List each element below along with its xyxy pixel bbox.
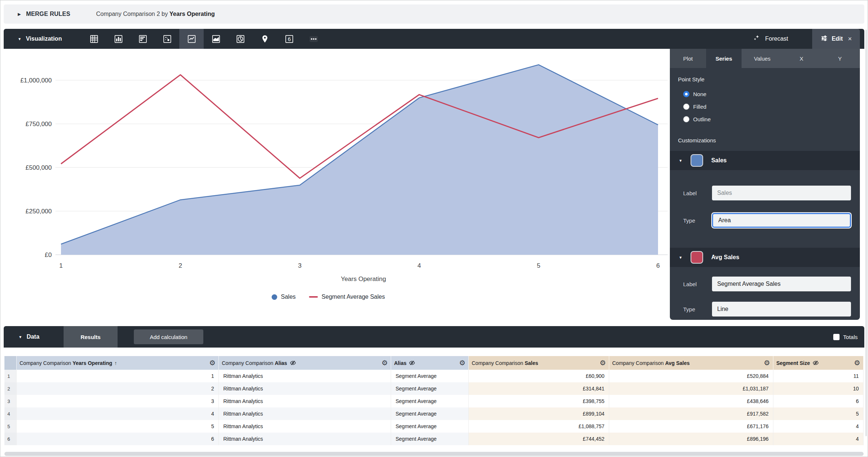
add-calculation-button[interactable]: Add calculation (134, 329, 203, 344)
cell-avg-sales[interactable]: £917,582 (609, 407, 773, 420)
cell-segment-size[interactable]: 11 (773, 370, 864, 382)
series-header-sales[interactable]: ▼Sales (670, 151, 860, 170)
column-gear-icon[interactable]: ⚙ (209, 359, 216, 366)
forecast-button[interactable]: Forecast (749, 29, 792, 49)
column-header-segment-size[interactable]: Segment Size⚙ (773, 356, 864, 370)
column-gear-icon[interactable]: ⚙ (459, 359, 465, 366)
cell-years[interactable]: 3 (17, 395, 219, 407)
chart-legend: SalesSegment Average Sales (272, 294, 385, 300)
cell-sales[interactable]: £1,088,757 (469, 420, 609, 433)
map-pin-icon[interactable] (252, 29, 277, 49)
cell-alias2[interactable]: Segment Average (391, 407, 469, 420)
legend-item[interactable]: Segment Average Sales (309, 294, 385, 300)
tab-y[interactable]: Y (820, 49, 860, 68)
point-style-option-filled[interactable]: Filled (683, 101, 860, 112)
series-label-input[interactable] (712, 186, 851, 200)
series-type-input[interactable] (712, 213, 851, 228)
series-type-input[interactable] (712, 302, 851, 316)
cell-alias[interactable]: Rittman Analytics (219, 395, 391, 407)
cell-years[interactable]: 2 (17, 382, 219, 395)
cell-segment-size[interactable]: 6 (773, 395, 864, 407)
radio-icon[interactable] (683, 104, 689, 110)
cell-alias[interactable]: Rittman Analytics (219, 407, 391, 420)
cell-segment-size[interactable]: 4 (773, 420, 864, 433)
cell-years[interactable]: 1 (17, 370, 219, 382)
cell-avg-sales[interactable]: £520,884 (609, 370, 773, 382)
tab-series[interactable]: Series (706, 49, 742, 68)
column-header-alias[interactable]: Alias⚙ (391, 356, 469, 370)
merge-rules-toggle[interactable]: ▶ MERGE RULES (18, 11, 70, 17)
y-axis-tick-label: £750,000 (26, 121, 52, 128)
totals-checkbox[interactable] (833, 334, 840, 340)
cell-alias2[interactable]: Segment Average (391, 395, 469, 407)
pie-chart-icon[interactable] (228, 29, 252, 49)
results-tab[interactable]: Results (64, 326, 118, 348)
cell-avg-sales[interactable]: £1,031,187 (609, 382, 773, 395)
point-style-option-outline[interactable]: Outline (683, 114, 860, 125)
scatter-icon[interactable] (155, 29, 179, 49)
table-icon[interactable] (82, 29, 106, 49)
area-chart-icon[interactable] (204, 29, 228, 49)
table-row[interactable]: 11Rittman AnalyticsSegment Average£60,90… (4, 370, 864, 382)
column-header-years-operating[interactable]: Company Comparison Years Operating↑⚙ (17, 356, 219, 370)
column-gear-icon[interactable]: ⚙ (854, 359, 860, 366)
column-header-alias[interactable]: Company Comparison Alias⚙ (219, 356, 391, 370)
cell-sales[interactable]: £314,841 (469, 382, 609, 395)
cell-sales[interactable]: £744,452 (469, 433, 609, 445)
cell-alias[interactable]: Rittman Analytics (219, 433, 391, 445)
column-gear-icon[interactable]: ⚙ (764, 359, 770, 366)
point-style-option-none[interactable]: None (683, 88, 860, 99)
column-header-sales[interactable]: Company Comparison Sales⚙ (469, 356, 609, 370)
tab-values[interactable]: Values (742, 49, 783, 68)
cell-sales[interactable]: £398,755 (469, 395, 609, 407)
radio-icon[interactable] (683, 91, 689, 97)
line-area-chart[interactable]: £0£250,000£500,000£750,000£1,000,0001234… (4, 49, 670, 320)
series-label-input[interactable] (712, 277, 851, 291)
table-row[interactable]: 33Rittman AnalyticsSegment Average£398,7… (4, 395, 864, 407)
data-collapse-toggle[interactable]: ▼ Data (18, 326, 40, 348)
table-row[interactable]: 55Rittman AnalyticsSegment Average£1,088… (4, 420, 864, 433)
cell-segment-size[interactable]: 4 (773, 433, 864, 445)
cell-alias2[interactable]: Segment Average (391, 382, 469, 395)
more-icon[interactable] (301, 29, 326, 49)
cell-segment-size[interactable]: 5 (773, 407, 864, 420)
bar-chart-icon[interactable] (130, 29, 155, 49)
column-header-avg-sales[interactable]: Company Comparison Avg Sales⚙ (609, 356, 773, 370)
cell-years[interactable]: 4 (17, 407, 219, 420)
cell-segment-size[interactable]: 10 (773, 382, 864, 395)
cell-avg-sales[interactable]: £896,196 (609, 433, 773, 445)
tab-plot[interactable]: Plot (670, 49, 706, 68)
series-color-swatch[interactable] (691, 251, 703, 264)
radio-icon[interactable] (683, 116, 689, 122)
cell-avg-sales[interactable]: £438,646 (609, 395, 773, 407)
column-chart-icon[interactable] (106, 29, 130, 49)
line-chart-icon[interactable] (179, 29, 204, 49)
series-header-avg-sales[interactable]: ▼Avg Sales (670, 248, 860, 267)
edit-button[interactable]: Edit × (812, 29, 860, 49)
totals-toggle[interactable]: Totals (833, 326, 858, 348)
cell-sales[interactable]: £60,900 (469, 370, 609, 382)
cell-years[interactable]: 6 (17, 433, 219, 445)
cell-alias[interactable]: Rittman Analytics (219, 370, 391, 382)
cell-sales[interactable]: £899,104 (469, 407, 609, 420)
tab-x[interactable]: X (783, 49, 820, 68)
cell-avg-sales[interactable]: £671,176 (609, 420, 773, 433)
visualization-collapse-toggle[interactable]: ▼ Visualization (18, 35, 62, 42)
legend-item[interactable]: Sales (272, 294, 296, 300)
single-value-icon[interactable]: 6 (277, 29, 301, 49)
table-row[interactable]: 22Rittman AnalyticsSegment Average£314,8… (4, 382, 864, 395)
cell-alias2[interactable]: Segment Average (391, 370, 469, 382)
cell-alias[interactable]: Rittman Analytics (219, 420, 391, 433)
column-gear-icon[interactable]: ⚙ (382, 359, 388, 366)
table-row[interactable]: 44Rittman AnalyticsSegment Average£899,1… (4, 407, 864, 420)
cell-alias[interactable]: Rittman Analytics (219, 382, 391, 395)
vertical-scrollbar[interactable] (865, 30, 867, 436)
horizontal-scrollbar[interactable] (4, 452, 864, 456)
close-icon[interactable]: × (848, 35, 852, 42)
column-gear-icon[interactable]: ⚙ (600, 359, 606, 366)
cell-years[interactable]: 5 (17, 420, 219, 433)
cell-alias2[interactable]: Segment Average (391, 433, 469, 445)
cell-alias2[interactable]: Segment Average (391, 420, 469, 433)
table-row[interactable]: 66Rittman AnalyticsSegment Average£744,4… (4, 433, 864, 445)
series-color-swatch[interactable] (691, 154, 703, 167)
